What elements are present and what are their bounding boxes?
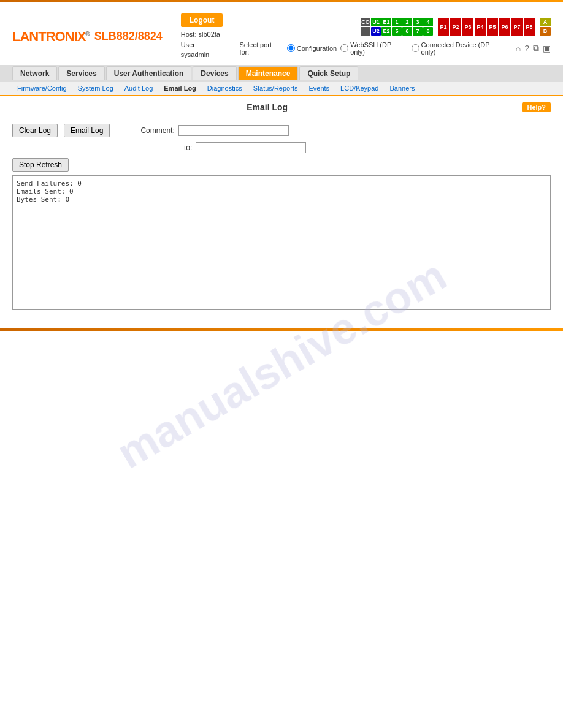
port-p6: P6 <box>499 18 510 36</box>
radio-webssh[interactable]: WebSSH (DP only) <box>340 41 407 56</box>
log-line-2: Emails Sent: 0 <box>17 188 546 195</box>
logo-area: LANTRONIX® SLB882/8824 <box>12 29 163 45</box>
content: Email Log Help? Clear Log Email Log Comm… <box>0 96 563 316</box>
port-1: 1 <box>392 18 402 26</box>
home-icon[interactable]: ⌂ <box>516 44 521 53</box>
subnav-audit-log[interactable]: Audit Log <box>120 83 158 93</box>
stop-refresh-button[interactable]: Stop Refresh <box>12 158 69 172</box>
port-u1: U1 <box>371 18 381 26</box>
nav-bar: Network Services User Authentication Dev… <box>0 65 563 82</box>
port-co2 <box>361 27 370 36</box>
subnav-banners[interactable]: Banners <box>385 83 419 93</box>
help-icon[interactable]: ? <box>524 44 529 53</box>
header-icons: ⌂ ? ⧉ ▣ <box>516 43 551 53</box>
email-log-button[interactable]: Email Log <box>64 124 110 137</box>
clear-log-button[interactable]: Clear Log <box>12 124 58 137</box>
log-line-3: Bytes Sent: 0 <box>17 195 546 203</box>
port-p5: P5 <box>487 18 498 36</box>
host-info: Host: slb02fa User: sysadmin <box>181 29 228 60</box>
port-6: 6 <box>402 27 412 36</box>
port-co: CO <box>361 18 370 26</box>
comment-label: Comment: <box>140 126 174 135</box>
help-button[interactable]: Help? <box>522 102 551 112</box>
port-b: B <box>540 27 551 36</box>
port-p2: P2 <box>450 18 461 36</box>
port-4: 4 <box>423 18 433 26</box>
top-border <box>0 0 563 2</box>
port-p7: P7 <box>511 18 523 36</box>
radio-connected[interactable]: Connected Device (DP only) <box>412 41 506 56</box>
port-panel: CO U1 E1 1 2 3 4 U2 E2 5 6 7 8 <box>361 18 551 36</box>
port-8: 8 <box>423 27 433 36</box>
subnav-lcd-keypad[interactable]: LCD/Keypad <box>335 83 383 93</box>
nav-user-authentication[interactable]: User Authentication <box>106 66 192 80</box>
header: LANTRONIX® SLB882/8824 Logout Host: slb0… <box>0 9 563 65</box>
subnav-events[interactable]: Events <box>304 83 334 93</box>
monitor-icon[interactable]: ▣ <box>543 44 551 53</box>
page-title: Email Log <box>12 102 522 112</box>
nav-maintenance[interactable]: Maintenance <box>238 66 299 80</box>
nav-network[interactable]: Network <box>12 66 57 80</box>
controls-section: Clear Log Email Log Comment: to: Stop Re… <box>12 124 551 172</box>
host-label: Host: slb02fa <box>181 29 228 40</box>
subnav-email-log: Email Log <box>159 83 201 93</box>
to-input[interactable] <box>196 142 306 153</box>
log-line-1: Send Failures: 0 <box>17 180 546 188</box>
sub-nav: Firmware/Config System Log Audit Log Ema… <box>0 82 563 96</box>
subnav-system-log[interactable]: System Log <box>73 83 118 93</box>
select-port-label: Select port for: <box>239 41 283 56</box>
subnav-diagnostics[interactable]: Diagnostics <box>202 83 247 93</box>
port-e2: E2 <box>381 27 391 36</box>
to-label: to: <box>184 143 192 152</box>
bottom-border <box>0 328 563 331</box>
comment-input[interactable] <box>178 125 289 136</box>
user-label: User: sysadmin <box>181 40 228 60</box>
nav-devices[interactable]: Devices <box>193 66 236 80</box>
port-u2: U2 <box>371 27 381 36</box>
page-title-row: Email Log Help? <box>12 102 551 116</box>
port-5: 5 <box>392 27 402 36</box>
logo-lantronix: LANTRONIX® <box>12 29 90 45</box>
multiwindow-icon[interactable]: ⧉ <box>533 43 539 53</box>
subnav-firmware-config[interactable]: Firmware/Config <box>12 83 72 93</box>
port-p1: P1 <box>438 18 449 36</box>
port-p8: P8 <box>524 18 535 36</box>
port-2: 2 <box>402 18 412 26</box>
port-p4: P4 <box>475 18 486 36</box>
radio-configuration[interactable]: Configuration <box>287 44 337 52</box>
select-port-row: Select port for: Configuration WebSSH (D… <box>239 41 551 56</box>
nav-quick-setup[interactable]: Quick Setup <box>299 66 358 80</box>
port-e1: E1 <box>381 18 391 26</box>
logout-button[interactable]: Logout <box>181 13 223 27</box>
log-area: Send Failures: 0 Emails Sent: 0 Bytes Se… <box>12 175 551 310</box>
logo-model: SLB882/8824 <box>94 30 163 43</box>
nav-services[interactable]: Services <box>58 66 104 80</box>
port-a: A <box>540 18 551 26</box>
port-3: 3 <box>413 18 423 26</box>
port-p3: P3 <box>462 18 473 36</box>
subnav-status-reports[interactable]: Status/Reports <box>248 83 303 93</box>
logout-area: Logout Host: slb02fa User: sysadmin <box>181 13 228 60</box>
port-7: 7 <box>413 27 423 36</box>
